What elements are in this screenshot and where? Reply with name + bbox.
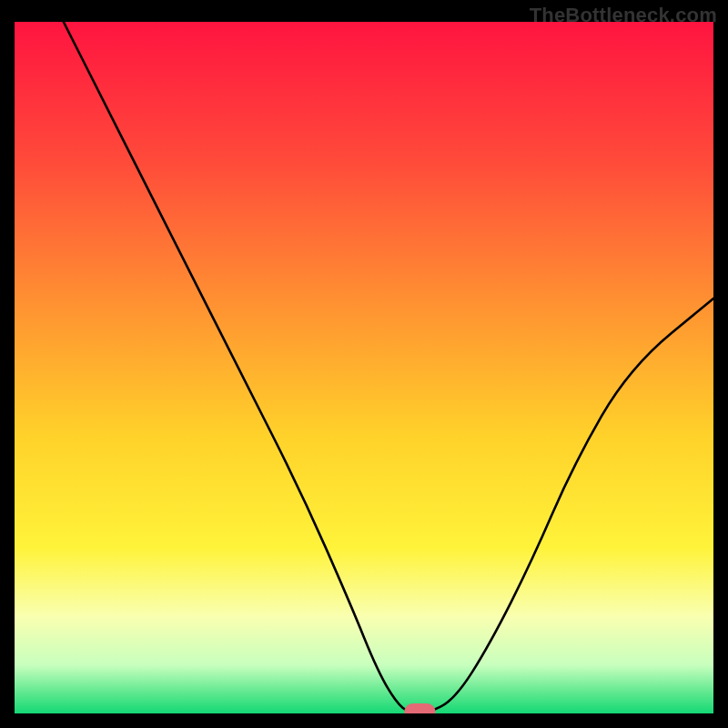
chart-frame: TheBottleneck.com: [0, 0, 728, 728]
chart-marker: [404, 703, 435, 713]
chart-plot-area: [15, 22, 713, 713]
chart-svg: [15, 22, 713, 713]
chart-background: [15, 22, 713, 713]
